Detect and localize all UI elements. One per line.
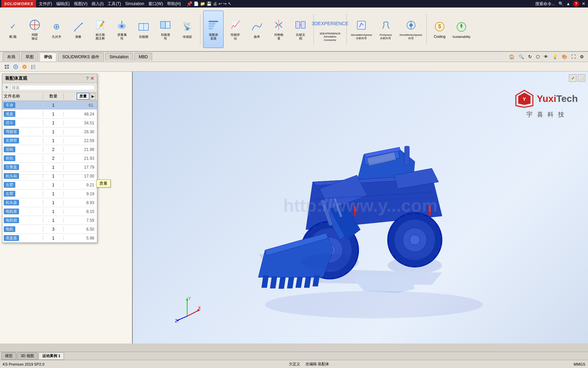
section-view-button[interactable]: 剖面图 bbox=[133, 11, 154, 48]
tab-sketch[interactable]: 草图 bbox=[21, 52, 38, 61]
collapse-icon[interactable]: ▲ bbox=[565, 1, 572, 6]
search-input[interactable]: 搜索命令... bbox=[533, 1, 557, 7]
table-row[interactable]: 驾驶室 1 26.30 bbox=[2, 127, 97, 136]
table-row[interactable]: 电机 3 6.50 bbox=[2, 225, 97, 234]
table-row[interactable]: 支撑臂 1 22.59 bbox=[2, 136, 97, 145]
filter-input[interactable] bbox=[10, 85, 95, 90]
select-icon[interactable]: ↖ bbox=[228, 1, 231, 6]
color-button[interactable] bbox=[20, 63, 29, 71]
clearance-button[interactable]: 间隙验证 bbox=[24, 11, 45, 48]
table-row[interactable]: 左臂 1 9.21 bbox=[2, 181, 97, 189]
maximize-button[interactable]: ⤢ bbox=[569, 74, 576, 82]
measure-button[interactable]: 测量 bbox=[68, 11, 88, 48]
menu-insert[interactable]: 插入(I) bbox=[90, 1, 105, 7]
table-row[interactable]: 机头盖 1 8.93 bbox=[2, 198, 97, 207]
compare-doc-button[interactable]: 比较文档 bbox=[290, 11, 311, 48]
performance-eval-icon: 📈 bbox=[228, 18, 242, 32]
undo-icon[interactable]: ↩ bbox=[218, 1, 222, 6]
col-header-qty: 数量 bbox=[43, 93, 64, 99]
svg-marker-67 bbox=[279, 277, 285, 289]
table-row[interactable]: 机头箱 1 17.00 bbox=[2, 172, 97, 181]
panel-toolbar bbox=[0, 62, 588, 72]
view-zoom-icon[interactable]: 🔍 bbox=[517, 54, 525, 59]
section-props-button[interactable]: 剖面屋性 bbox=[155, 11, 176, 48]
display-mode-icon[interactable]: ⬡ bbox=[535, 54, 541, 59]
tree-view-button[interactable] bbox=[3, 63, 11, 71]
curvature-button[interactable]: 曲率 bbox=[247, 11, 267, 48]
assembly-table: 车身 1 61. 底盘 1 48.24 挖斗 1 34.51 bbox=[2, 101, 97, 243]
table-row[interactable]: 底盘盖 1 5.98 bbox=[2, 234, 97, 243]
table-row[interactable]: 底盘 1 48.24 bbox=[2, 110, 97, 119]
help-icon[interactable]: ? bbox=[86, 76, 89, 81]
hide-show-icon[interactable]: 👁 bbox=[542, 54, 550, 59]
mass-sort-button[interactable]: 质量 bbox=[77, 93, 89, 100]
check-button[interactable]: ✓ 检 验 bbox=[3, 11, 23, 48]
separator-4 bbox=[426, 14, 427, 45]
sim-xpress-button[interactable]: SimulationXpress分析向导 bbox=[349, 11, 373, 48]
col-expand-button[interactable]: ▶ bbox=[90, 93, 96, 100]
driveworks-button[interactable]: DriveWorksXpress向导 bbox=[398, 11, 424, 48]
table-row[interactable]: 右臂 1 9.19 bbox=[2, 189, 97, 198]
help-button[interactable]: ? bbox=[573, 1, 579, 7]
table-row[interactable]: 前轮 2 21.93 bbox=[2, 154, 97, 163]
open-file-icon[interactable]: 📁 bbox=[200, 1, 205, 6]
menu-tools[interactable]: 工具(T) bbox=[106, 1, 122, 7]
save-icon[interactable]: 💾 bbox=[207, 1, 212, 6]
table-row[interactable]: 电机箱 1 7.59 bbox=[2, 216, 97, 225]
table-row[interactable]: 挖斗 1 34.51 bbox=[2, 119, 97, 127]
assembly-view-button[interactable]: 装配体直观 bbox=[203, 11, 224, 48]
sensor-button[interactable]: 📡 传感器 bbox=[177, 11, 197, 48]
tab-layout[interactable]: 布局 bbox=[3, 52, 20, 61]
svg-marker-86 bbox=[354, 275, 415, 293]
flo-xpress-icon bbox=[379, 18, 393, 32]
view-rotate-icon[interactable]: ↻ bbox=[527, 54, 533, 59]
print-icon[interactable]: 🖨 bbox=[213, 1, 217, 6]
table-row[interactable]: 后轮 2 21.99 bbox=[2, 145, 97, 154]
filter-icon: ▼ bbox=[4, 85, 9, 90]
viewport[interactable]: http://www.y...com bbox=[133, 72, 588, 343]
menu-file[interactable]: 文件(F) bbox=[37, 1, 53, 7]
sustainability-button[interactable]: Sustainability bbox=[451, 11, 472, 48]
tab-motion[interactable]: 运动算例 1 bbox=[38, 352, 64, 360]
redo-icon[interactable]: ↪ bbox=[223, 1, 227, 6]
tab-mbd[interactable]: MBD bbox=[134, 53, 152, 61]
tab-evaluate[interactable]: 评估 bbox=[39, 52, 56, 61]
svg-rect-19 bbox=[301, 21, 305, 28]
menu-simulation[interactable]: Simulation bbox=[124, 1, 146, 6]
restore-button[interactable]: ⬜ bbox=[578, 74, 585, 82]
crosshair-button[interactable] bbox=[12, 63, 20, 71]
table-row[interactable]: 车身 1 61. bbox=[2, 101, 97, 110]
3dexperience-icon: 3DEXPERIENCE bbox=[323, 17, 337, 31]
search-icon[interactable]: 🔍 bbox=[558, 1, 564, 6]
table-row[interactable]: 引擎盖 1 17.79 bbox=[2, 163, 97, 172]
tab-plugins[interactable]: SOLIDWORKS 插件 bbox=[58, 52, 104, 61]
flo-xpress-button[interactable]: FloXpress分析向导 bbox=[375, 11, 397, 48]
annotation-button[interactable]: 📝 标注视图注释 bbox=[90, 11, 110, 48]
render-icon[interactable]: 💡 bbox=[551, 54, 559, 59]
close-icon[interactable]: ✕ bbox=[581, 1, 587, 6]
mass-props-button[interactable]: 质量属性 bbox=[112, 11, 132, 48]
tab-simulation[interactable]: Simulation bbox=[105, 53, 133, 61]
table-row[interactable]: 电机座 1 8.15 bbox=[2, 207, 97, 216]
svg-line-90 bbox=[187, 310, 199, 316]
menu-edit[interactable]: 编辑(E) bbox=[55, 1, 71, 7]
3dexperience-button[interactable]: 3DEXPERIENCE 3DEXPERIENCESimulationConne… bbox=[316, 11, 344, 48]
fullscreen-icon[interactable]: ⛶ bbox=[570, 54, 577, 59]
list-view-button[interactable] bbox=[29, 63, 37, 71]
new-file-icon[interactable]: 📄 bbox=[194, 1, 199, 6]
close-panel-button[interactable]: ✕ bbox=[90, 76, 94, 81]
tab-3dview[interactable]: 3D 视图 bbox=[17, 352, 38, 360]
symmetry-button[interactable]: 对称检查 bbox=[268, 11, 289, 48]
costing-button[interactable]: $ Costing bbox=[429, 11, 450, 48]
appearance-icon[interactable]: 🎨 bbox=[560, 54, 569, 59]
driveworks-icon bbox=[404, 18, 418, 32]
hole-align-button[interactable]: ⊕ 孔对齐 bbox=[46, 11, 67, 48]
view-orient-icon[interactable]: 🏠 bbox=[508, 54, 516, 59]
pin-icon[interactable]: 📌 bbox=[186, 1, 192, 6]
menu-help[interactable]: 帮助(H) bbox=[166, 1, 182, 7]
settings-icon[interactable]: ⚙ bbox=[578, 54, 585, 59]
tab-model[interactable]: 模型 bbox=[1, 352, 16, 360]
performance-eval-button[interactable]: 📈 性能评估 bbox=[225, 11, 245, 48]
menu-view[interactable]: 视图(V) bbox=[72, 1, 89, 7]
menu-window[interactable]: 窗口(W) bbox=[147, 1, 164, 7]
